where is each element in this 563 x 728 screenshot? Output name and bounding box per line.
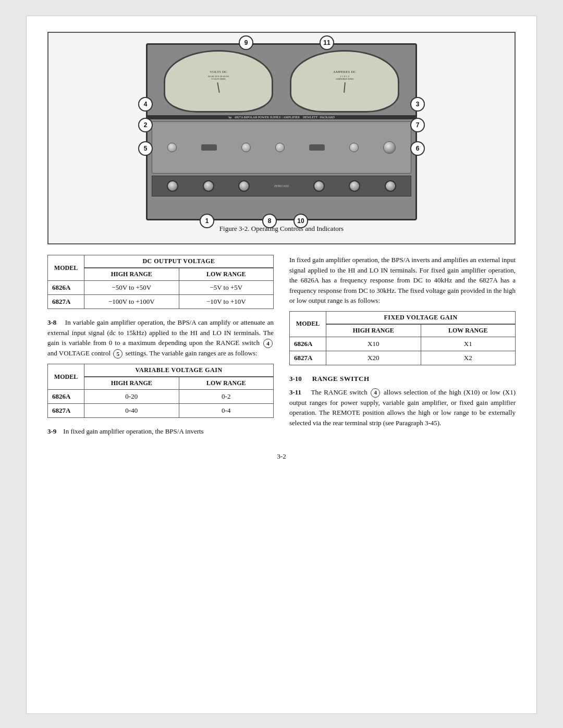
dc-row-2: 6827A −100V to +100V −10V to +10V — [48, 295, 273, 309]
vg-row2-high: 0-40 — [125, 406, 138, 414]
fg-row-2: 6827A X20 X2 — [290, 351, 515, 365]
dc-row1-model: 6826A — [52, 283, 70, 291]
vg-row-1: 6826A 0-20 0-2 — [48, 390, 273, 404]
paragraph-39-start: 3-9 In fixed gain amplifier operation, t… — [47, 426, 274, 437]
circle-ref-4: 4 — [263, 339, 273, 348]
fg-row1-high: X10 — [368, 340, 379, 348]
dc-row-1: 6826A −50V to +50V −5V to +5V — [48, 281, 273, 295]
vg-low-header: LOW RANGE — [206, 379, 246, 387]
fg-row1-model: 6826A — [294, 340, 312, 348]
figure-caption: Figure 3-2. Operating Controls and Indic… — [59, 225, 504, 233]
fixed-gain-title: FIXED VOLTAGE GAIN — [326, 312, 515, 324]
right-column: In fixed gain amplifier operation, the B… — [289, 255, 516, 442]
fg-high-header: HIGH RANGE — [353, 327, 394, 334]
variable-gain-title: VARIABLE VOLTAGE GAIN — [84, 364, 273, 377]
circle-ref-4b: 4 — [371, 388, 380, 398]
page: 9 11 VOLTS DC 60 40 20 0 20 40 60VOLTS R… — [26, 16, 537, 714]
para-38-cont: and VOLTAGE control — [47, 349, 111, 357]
brand-strip: hp 6827A BIPOLAR POWER SUPPLY / AMPLIFIE… — [148, 115, 415, 119]
control-knob-5 — [383, 141, 396, 154]
dc-high-header: HIGH RANGE — [111, 270, 152, 278]
dc-output-table: MODEL DC OUTPUT VOLTAGE HIGH RANGE LOW R… — [47, 255, 274, 309]
callout-1: 1 — [200, 214, 214, 228]
dc-row1-high: −50V to +50V — [112, 283, 151, 291]
para-38-num: 3-8 — [47, 318, 56, 326]
control-knob-2 — [241, 143, 251, 152]
content-row: MODEL DC OUTPUT VOLTAGE HIGH RANGE LOW R… — [47, 255, 516, 442]
para-311-num: 3-11 — [289, 388, 301, 396]
fg-model-header: MODEL — [296, 320, 320, 328]
model-name: 6827A BIPOLAR POWER SUPPLY / AMPLIFIER — [235, 116, 300, 119]
maker-name: HEWLETT · PACKARD — [303, 116, 335, 119]
callout-3: 3 — [410, 97, 425, 112]
meter-row: VOLTS DC 60 40 20 0 20 40 60VOLTS RMS AM… — [148, 45, 415, 115]
fg-low-header: LOW RANGE — [448, 327, 487, 334]
fg-row2-low: X2 — [464, 354, 472, 362]
callout-7: 7 — [410, 118, 425, 132]
left-meter-scale: 60 40 20 0 20 40 60VOLTS RMS — [208, 75, 229, 80]
vg-row2-low: 0-4 — [222, 406, 230, 414]
range-switch — [201, 144, 217, 151]
section-310-heading: 3-10 RANGE SWITCH — [289, 375, 516, 383]
figure-container: 9 11 VOLTS DC 60 40 20 0 20 40 60VOLTS R… — [47, 32, 516, 244]
vg-row1-model: 6826A — [52, 392, 70, 400]
para-311-text: The RANGE switch — [311, 388, 367, 396]
callout-6: 6 — [410, 141, 425, 156]
control-panel — [152, 121, 411, 174]
para-39-num: 3-9 — [47, 427, 56, 435]
variable-gain-table: MODEL VARIABLE VOLTAGE GAIN HIGH RANGE L… — [47, 364, 274, 418]
vg-row1-high: 0-20 — [125, 392, 138, 400]
para-39-cont: In fixed gain amplifier operation, the B… — [289, 256, 516, 304]
zero-adj-label: ZERO ADJ — [274, 184, 289, 188]
mode-switch — [309, 144, 325, 151]
bottom-strip: ZERO ADJ — [152, 176, 411, 196]
vg-high-header: HIGH RANGE — [111, 379, 152, 387]
fg-row-1: 6826A X10 X1 — [290, 337, 515, 351]
callout-8: 8 — [262, 214, 277, 228]
section-310-title: RANGE SWITCH — [312, 375, 370, 383]
bottom-knob-1 — [167, 180, 178, 192]
right-meter: AMPERES DC 2 1 0 1 2AMPERES RMS — [290, 50, 399, 113]
callout-10: 10 — [293, 214, 308, 228]
bottom-knob-6 — [385, 180, 396, 192]
paragraph-311: 3-11 The RANGE switch 4 allows selection… — [289, 387, 516, 428]
left-meter: VOLTS DC 60 40 20 0 20 40 60VOLTS RMS — [164, 50, 273, 113]
vg-model-header: MODEL — [54, 373, 78, 381]
fg-row2-high: X20 — [368, 354, 379, 362]
control-knob-3 — [275, 143, 285, 152]
paragraph-38: 3-8 In variable gain amplifier operation… — [47, 317, 274, 359]
callout-4: 4 — [138, 97, 153, 112]
vg-row-2: 6827A 0-40 0-4 — [48, 404, 273, 417]
circle-ref-5: 5 — [113, 349, 123, 359]
dc-output-title: DC OUTPUT VOLTAGE — [84, 255, 273, 268]
fg-row1-low: X1 — [464, 340, 472, 348]
vg-row1-low: 0-2 — [222, 392, 230, 400]
para-38-text: In variable gain amplifier operation, th… — [47, 318, 274, 347]
dc-row2-high: −100V to +100V — [108, 298, 155, 305]
fixed-gain-table: MODEL FIXED VOLTAGE GAIN HIGH RANGE LOW … — [289, 311, 516, 365]
callout-2: 2 — [138, 118, 153, 132]
fg-row2-model: 6827A — [294, 354, 312, 362]
callout-9: 9 — [239, 35, 253, 50]
para-38-cont2: settings. The variable gain ranges are a… — [126, 349, 258, 357]
left-meter-label: VOLTS DC — [208, 70, 229, 74]
bottom-knob-2 — [203, 180, 214, 192]
dc-model-header: MODEL — [54, 264, 78, 272]
paragraph-39-cont: In fixed gain amplifier operation, the B… — [289, 255, 516, 306]
instrument-diagram: 9 11 VOLTS DC 60 40 20 0 20 40 60VOLTS R… — [146, 43, 417, 220]
dc-row1-low: −5V to +5V — [210, 283, 242, 291]
callout-11: 11 — [320, 35, 334, 50]
brand-name: hp — [228, 116, 231, 119]
vg-row2-model: 6827A — [52, 406, 70, 414]
para-39-text-start: In fixed gain amplifier operation, the B… — [63, 427, 203, 435]
callout-5: 5 — [138, 141, 153, 156]
right-meter-label: AMPERES DC — [333, 70, 356, 74]
right-meter-scale: 2 1 0 1 2AMPERES RMS — [333, 75, 356, 80]
control-knob-1 — [167, 143, 177, 152]
dc-row2-low: −10V to +10V — [206, 298, 246, 305]
dc-low-header: LOW RANGE — [206, 270, 246, 278]
left-column: MODEL DC OUTPUT VOLTAGE HIGH RANGE LOW R… — [47, 255, 274, 442]
bottom-knob-5 — [349, 180, 360, 192]
bottom-knob-3 — [238, 180, 250, 192]
bottom-knob-4 — [313, 180, 325, 192]
